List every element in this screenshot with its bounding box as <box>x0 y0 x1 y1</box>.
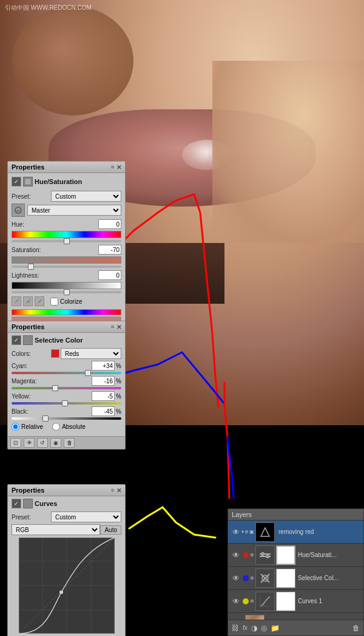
preset-select[interactable]: Custom <box>51 191 121 202</box>
layer-controls-hue-sat: ⊕ <box>250 552 254 558</box>
layer-lock-icon-removing-red[interactable]: ▾ <box>241 529 244 535</box>
layer-adj-icon-hue-sat <box>255 545 275 565</box>
curves-layer-icon <box>23 499 33 508</box>
hue-slider[interactable] <box>12 240 121 242</box>
layer-selective-color[interactable]: 👁 ⊕ Selective Col... <box>228 567 363 590</box>
selective-color-close-btn[interactable]: ✕ <box>116 324 121 330</box>
sc-delete-btn[interactable]: 🗑 <box>64 438 75 448</box>
layer-folder-icon-removing-red[interactable]: ▣ <box>249 529 254 535</box>
channel-row: Master <box>12 203 121 217</box>
layers-panel: Layers 👁 ▾ ⊕ ▣ removing red 👁 ⊕ <box>228 508 364 636</box>
sat-slider[interactable] <box>12 265 121 268</box>
layer-link-icon-removing-red[interactable]: ⊕ <box>244 529 249 535</box>
absolute-radio[interactable] <box>52 423 60 431</box>
saturation-row: Saturation: <box>12 245 121 268</box>
curves-auto-btn[interactable]: Auto <box>100 525 121 535</box>
cyan-slider[interactable] <box>12 372 121 374</box>
layer-chain-icon-selective-color[interactable]: ⊕ <box>250 575 254 581</box>
method-row: Relative Absolute <box>12 423 121 431</box>
eyedropper-tool[interactable] <box>12 296 21 306</box>
curves-grid-svg <box>19 538 115 634</box>
magenta-slider[interactable] <box>12 387 121 389</box>
black-slider[interactable] <box>12 417 121 420</box>
layers-delete-btn[interactable]: 🗑 <box>352 624 360 632</box>
hue-preview-bar-top <box>12 309 121 315</box>
black-row: Black: % <box>12 406 121 420</box>
curves-close-btn[interactable]: ✕ <box>116 487 121 494</box>
layer-chain-icon-curves[interactable]: ⊕ <box>250 598 254 604</box>
layers-adjustment-btn[interactable]: ◎ <box>261 624 267 632</box>
yellow-row: Yellow: % <box>12 391 121 405</box>
layer-eye-hue-sat[interactable]: 👁 <box>231 550 241 561</box>
cyan-label: Cyan: <box>12 363 51 369</box>
magenta-input[interactable] <box>92 376 115 386</box>
selective-visibility-icon[interactable]: ✓ <box>12 335 21 345</box>
preset-label: Preset: <box>12 193 51 200</box>
hue-label: Hue: <box>12 221 51 228</box>
colors-select[interactable]: Reds <box>61 348 121 359</box>
svg-point-11 <box>59 590 63 594</box>
layer-chain-icon-hue-sat[interactable]: ⊕ <box>250 552 254 558</box>
layer-name-selective-color: Selective Col... <box>298 575 361 581</box>
hue-sat-panel-title: Properties <box>12 163 44 171</box>
hue-sat-preset-row: Preset: Custom <box>12 191 121 202</box>
layer-hue-sat[interactable]: 👁 ⊕ Hue/Saturati... <box>228 544 363 567</box>
sat-label: Saturation: <box>12 247 51 253</box>
yellow-input[interactable] <box>92 391 115 401</box>
layers-group-btn[interactable]: 📁 <box>271 624 280 632</box>
channel-tool-icon[interactable] <box>12 203 25 217</box>
tools-row: + - Colorize <box>12 296 121 306</box>
yellow-slider[interactable] <box>12 402 121 405</box>
layer-curves[interactable]: 👁 ⊕ Curves 1 <box>228 590 363 613</box>
light-label: Lightness: <box>12 272 51 279</box>
subtract-eyedropper-tool[interactable]: - <box>35 296 44 306</box>
layers-mask-btn[interactable]: ◑ <box>251 624 257 632</box>
layer-eye-curves[interactable]: 👁 <box>231 596 241 607</box>
light-spectrum <box>12 282 121 289</box>
hue-input[interactable] <box>98 219 121 229</box>
black-input[interactable] <box>92 406 115 416</box>
colorize-checkbox[interactable] <box>50 298 58 306</box>
sc-visibility-btn[interactable]: ◉ <box>50 438 61 448</box>
layers-link-btn[interactable]: ⛓ <box>232 624 239 632</box>
selective-color-panel: Properties ≡ ✕ ✓ Selective Color Colors:… <box>7 321 126 450</box>
layer-name-curves: Curves 1 <box>298 598 361 604</box>
sc-reset-btn[interactable]: ↺ <box>37 438 48 448</box>
sc-mask-btn[interactable]: ⊡ <box>10 438 21 448</box>
layer-eye-selective-color[interactable]: 👁 <box>231 573 241 584</box>
cyan-input[interactable] <box>92 361 115 371</box>
curves-panel-header: Properties ≡ ✕ <box>8 485 125 496</box>
layer-removing-red[interactable]: 👁 ▾ ⊕ ▣ removing red <box>228 521 363 544</box>
channel-select[interactable]: Master <box>27 205 121 216</box>
sc-eye-btn[interactable]: 👁 <box>24 438 35 448</box>
cyan-row: Cyan: % <box>12 361 121 374</box>
add-eyedropper-tool[interactable]: + <box>23 296 33 306</box>
light-input[interactable] <box>98 270 121 280</box>
reds-color-swatch <box>51 349 59 358</box>
svg-text:+: + <box>28 300 30 304</box>
relative-radio[interactable] <box>12 423 19 431</box>
magenta-unit: % <box>116 378 121 385</box>
sat-input[interactable] <box>98 245 121 255</box>
absolute-label: Absolute <box>52 423 86 431</box>
light-slider[interactable] <box>12 291 121 293</box>
curves-section-title: Curves <box>35 500 57 507</box>
yellow-unit: % <box>116 393 121 400</box>
colors-row: Colors: Reds <box>12 348 121 359</box>
colorize-checkbox-label: Colorize <box>50 298 83 306</box>
hue-sat-visibility-icon[interactable]: ✓ <box>12 177 21 186</box>
curves-channel-select[interactable]: RGB <box>12 524 100 535</box>
layers-fx-btn[interactable]: fx <box>243 624 248 631</box>
layers-bottom-bar: ⛓ fx ◑ ◎ 📁 🗑 <box>228 620 363 635</box>
curves-graph[interactable] <box>19 538 115 634</box>
curves-visibility-icon[interactable]: ✓ <box>12 499 21 508</box>
layer-eye-removing-red[interactable]: 👁 <box>231 527 241 538</box>
selective-color-toolbar: ⊡ 👁 ↺ ◉ 🗑 <box>8 436 125 449</box>
hue-sat-close-button[interactable]: ✕ <box>116 164 121 171</box>
svg-point-14 <box>261 552 265 555</box>
curves-panel: Properties ≡ ✕ ✓ Curves Preset: Custom R… <box>7 484 126 636</box>
curves-preset-select[interactable]: Custom <box>51 511 121 522</box>
layer-mask-hue-sat <box>276 545 295 565</box>
layers-panel-header: Layers <box>228 509 363 521</box>
layer-color-hue-sat <box>243 552 249 558</box>
